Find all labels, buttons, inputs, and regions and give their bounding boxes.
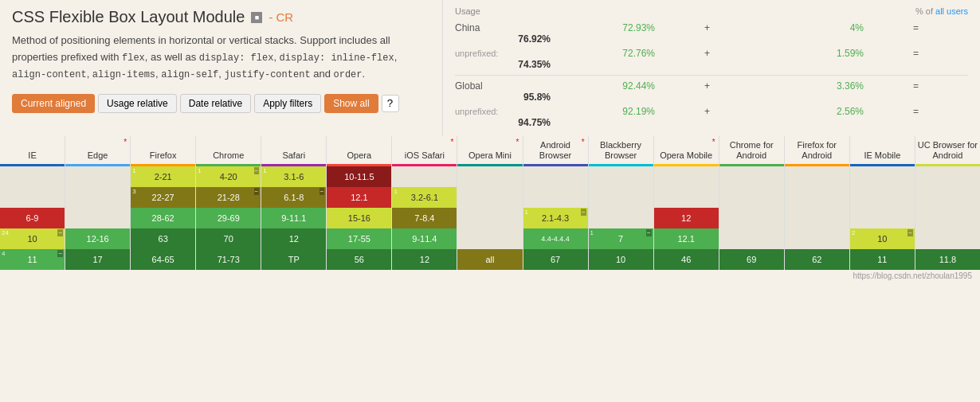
global-unprefixed-eq: = bbox=[864, 106, 968, 117]
compat-cell bbox=[785, 208, 849, 228]
top-section: CSS Flexible Box Layout Module ■ - CR Me… bbox=[0, 0, 980, 136]
china-v2: 4% bbox=[759, 22, 864, 33]
current-aligned-button[interactable]: Current aligned bbox=[12, 94, 95, 113]
browser-col-chrome-for-android: Chrome for Android69 bbox=[719, 136, 785, 270]
cell-label: 21-28 bbox=[218, 193, 240, 202]
browser-col-android-browser: *Android Browser12.1-4.3−4.4-4.4.467 bbox=[523, 136, 589, 270]
cell-num: 1 bbox=[525, 209, 528, 216]
compat-cell: 2410− bbox=[0, 228, 65, 249]
compat-cell bbox=[850, 208, 915, 228]
status-badge: - CR bbox=[269, 10, 293, 24]
global-label: Global bbox=[455, 80, 551, 92]
compat-cell bbox=[523, 187, 588, 208]
cell-label: 12 bbox=[681, 213, 691, 223]
compat-cell: 56 bbox=[327, 249, 391, 270]
cell-empty-pad bbox=[0, 187, 65, 208]
global-row: Global 92.44% + 3.36% = 95.8% bbox=[455, 79, 968, 104]
compat-cell: 9-11.4 bbox=[392, 228, 457, 249]
global-plus: + bbox=[655, 80, 759, 92]
compat-cell bbox=[589, 208, 653, 228]
china-v1: 72.93% bbox=[551, 22, 655, 33]
cell-num: 1 bbox=[590, 229, 594, 236]
cell-label: 29-69 bbox=[218, 213, 240, 223]
compat-cell: 71-73 bbox=[196, 249, 261, 270]
cell-minus-icon: − bbox=[581, 209, 586, 216]
china-unprefixed-eq: = bbox=[864, 48, 968, 59]
cell-empty-pad bbox=[785, 166, 849, 187]
help-button[interactable]: ? bbox=[382, 95, 399, 112]
compat-cell: 12.1-4.3− bbox=[523, 208, 588, 228]
browser-name: IE bbox=[28, 150, 36, 161]
browser-name: Firefox for Android bbox=[786, 140, 848, 161]
browser-name: Opera Mini bbox=[468, 150, 512, 161]
cell-empty-pad bbox=[915, 166, 980, 187]
date-relative-button[interactable]: Date relative bbox=[180, 94, 251, 113]
compat-cell: 12.1 bbox=[654, 228, 719, 249]
browser-name: Opera Mobile bbox=[660, 150, 712, 161]
browser-col-ios-safari: *iOS Safari13.2-6.17-8.49-11.412 bbox=[392, 136, 457, 270]
compat-cell bbox=[719, 228, 784, 249]
asterisk-icon: * bbox=[582, 138, 585, 146]
browser-name: Android Browser bbox=[525, 140, 586, 161]
cell-label: 67 bbox=[551, 255, 560, 264]
show-all-button[interactable]: Show all bbox=[324, 94, 378, 113]
pct-of-label: % of all users bbox=[915, 6, 968, 16]
browser-col-opera-mobile: *Opera Mobile1212.146 bbox=[654, 136, 719, 270]
cell-label: 6.1-8 bbox=[284, 193, 304, 202]
all-users-link[interactable]: all users bbox=[935, 6, 968, 16]
browser-name: IE Mobile bbox=[864, 150, 900, 161]
browser-col-firefox: Firefox12-21322-2728-626364-65 bbox=[131, 136, 196, 270]
cell-empty-pad bbox=[654, 166, 719, 187]
page-layout: CSS Flexible Box Layout Module ■ - CR Me… bbox=[0, 0, 980, 282]
apply-filters-button[interactable]: Apply filters bbox=[254, 94, 321, 113]
china-unprefixed-row: unprefixed: 72.76% + 1.59% = 74.35% bbox=[455, 46, 968, 72]
usage-section: Usage % of all users China 72.93% + 4% =… bbox=[442, 0, 980, 136]
compat-cell: 10-11.5 bbox=[327, 166, 391, 187]
compat-cell bbox=[915, 228, 980, 249]
cell-empty-pad bbox=[850, 166, 915, 187]
usage-header: Usage % of all users bbox=[455, 6, 968, 16]
cell-empty-pad bbox=[589, 166, 653, 187]
compat-cell: 12-21 bbox=[131, 166, 195, 187]
usage-relative-button[interactable]: Usage relative bbox=[98, 94, 177, 113]
cell-label: 9-11.4 bbox=[412, 234, 437, 244]
cell-empty-pad bbox=[0, 166, 65, 187]
cell-label: 7-8.4 bbox=[414, 213, 434, 223]
compat-cell: 17 bbox=[65, 249, 130, 270]
cell-label: 62 bbox=[812, 255, 821, 264]
compat-cell bbox=[915, 187, 980, 208]
cell-label: 6-9 bbox=[26, 213, 39, 223]
cell-empty-pad bbox=[65, 166, 130, 187]
cell-label: 4-20 bbox=[220, 172, 237, 181]
compat-cell: 29-69 bbox=[196, 208, 261, 228]
cell-label: 10 bbox=[27, 234, 37, 244]
cell-empty-pad bbox=[65, 187, 130, 208]
browser-col-opera-mini: *Opera Miniall bbox=[457, 136, 523, 270]
cell-label: 71-73 bbox=[218, 255, 240, 264]
browser-name: Edge bbox=[88, 150, 108, 161]
compat-cell: 12 bbox=[654, 208, 719, 228]
cell-label: 11 bbox=[877, 255, 887, 264]
china-unprefixed-v2: 1.59% bbox=[759, 48, 864, 59]
cell-minus-icon: − bbox=[319, 188, 325, 195]
cell-empty-pad bbox=[523, 166, 588, 187]
compat-cell: 63 bbox=[131, 228, 195, 249]
compat-cell: 11.8 bbox=[915, 249, 980, 270]
cell-label: 15-16 bbox=[348, 213, 370, 223]
global-unprefixed-plus: + bbox=[655, 106, 759, 117]
browser-col-edge: *Edge12-1617 bbox=[65, 136, 131, 270]
cell-label: 56 bbox=[355, 255, 364, 264]
compat-cell: 12-16 bbox=[65, 228, 130, 249]
cell-label: 63 bbox=[159, 234, 168, 244]
cell-label: 17-55 bbox=[348, 234, 370, 244]
cell-empty-pad bbox=[719, 166, 784, 187]
compat-cell: 11 bbox=[850, 249, 915, 270]
global-unprefixed-row: unprefixed: 92.19% + 2.56% = 94.75% bbox=[455, 104, 968, 130]
cell-label: 70 bbox=[224, 234, 233, 244]
compat-cell: 12.1 bbox=[327, 187, 391, 208]
cell-label: 9-11.1 bbox=[281, 213, 306, 223]
browser-col-firefox-for-android: Firefox for Android62 bbox=[785, 136, 850, 270]
global-eq: = bbox=[864, 80, 968, 92]
cell-label: 10 bbox=[616, 255, 625, 264]
china-total: 76.92% bbox=[455, 33, 551, 45]
